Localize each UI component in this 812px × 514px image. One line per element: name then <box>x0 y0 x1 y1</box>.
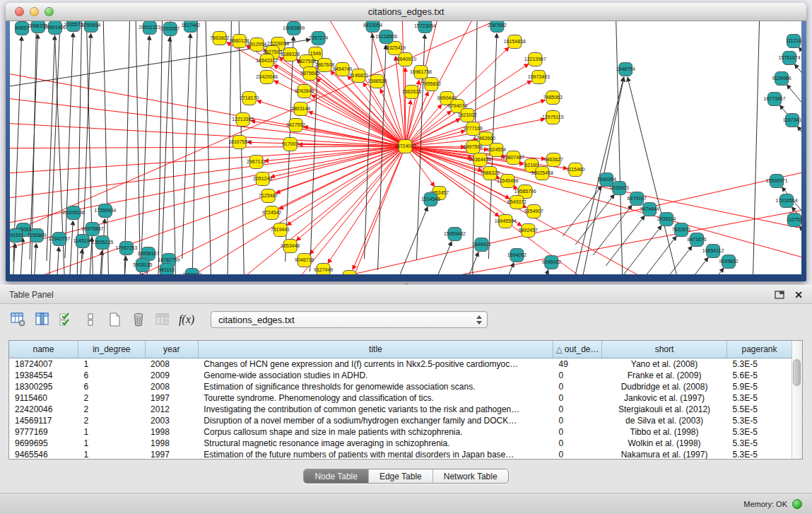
table-row[interactable]: 1830029562008Estimation of significance … <box>9 381 792 392</box>
table-row[interactable]: 977716911998Corpus callosum shape and si… <box>9 426 792 438</box>
network-node[interactable]: 9463627 <box>544 153 563 167</box>
network-node[interactable]: 9474444 <box>640 203 659 216</box>
network-node[interactable]: 7955812 <box>422 78 441 91</box>
network-node[interactable]: 15723054 <box>414 21 436 33</box>
network-node[interactable]: 16053809 <box>283 22 305 35</box>
network-node[interactable]: 16961758 <box>410 66 432 79</box>
table-scrollbar-thumb[interactable] <box>793 359 801 386</box>
network-node[interactable]: 1156869 <box>28 229 47 243</box>
tab-node-table[interactable]: Node Table <box>304 469 368 483</box>
close-panel-icon[interactable]: ✕ <box>794 290 803 300</box>
table-scrollbar[interactable] <box>792 341 802 459</box>
delete-table-button[interactable] <box>154 311 171 328</box>
network-node[interactable]: 13505135 <box>91 236 113 250</box>
window-titlebar[interactable]: citations_edges.txt <box>6 3 806 21</box>
network-node[interactable]: 20531323 <box>139 21 160 35</box>
row-options-button[interactable] <box>82 311 99 328</box>
network-node[interactable]: 7125487 <box>259 189 278 203</box>
network-node[interactable]: 111216 <box>786 35 801 48</box>
network-node[interactable]: 9892457 <box>519 224 538 238</box>
network-node[interactable]: 9115460 <box>566 163 585 177</box>
network-node[interactable]: 7485063 <box>543 91 563 105</box>
network-node[interactable]: 16773457 <box>764 93 786 106</box>
table-row[interactable]: 911546021997Tourette syndrome. Phenomeno… <box>9 392 792 404</box>
close-window-button[interactable] <box>15 7 24 16</box>
network-node[interactable]: 8471676 <box>688 233 707 247</box>
network-node[interactable]: 1167341 <box>783 114 801 127</box>
network-node[interactable]: 2718170 <box>240 92 259 105</box>
network-node[interactable]: 9427552 <box>286 119 305 132</box>
function-builder-button[interactable]: f(x) <box>178 311 195 328</box>
minimize-window-button[interactable] <box>30 7 39 16</box>
column-checks-button[interactable] <box>58 311 75 328</box>
network-node[interactable]: 16154838 <box>504 35 526 49</box>
network-node[interactable]: 20206536 <box>62 206 84 220</box>
network-node[interactable]: 9245032 <box>542 256 561 269</box>
column-select-button[interactable] <box>34 311 51 328</box>
network-node[interactable]: 12213967 <box>524 53 546 66</box>
network-node[interactable]: 1562615 <box>402 86 421 99</box>
table-row[interactable]: 1872400712008Changes of HCN gene express… <box>9 358 792 370</box>
network-node[interactable]: 917003 <box>282 138 298 151</box>
table-row[interactable]: 1456911722003Disruption of a novel membe… <box>9 415 792 426</box>
table-row[interactable]: 1938455462009Genome-wide association stu… <box>9 370 792 381</box>
column-header-year[interactable]: year <box>145 341 198 358</box>
network-node[interactable]: 10654112 <box>702 245 724 258</box>
table-row[interactable]: 969969511998Structural magnetic resonanc… <box>9 438 792 449</box>
column-header-in_degree[interactable]: in_degree <box>78 341 146 358</box>
column-header-pagerank[interactable]: pagerank <box>726 341 792 358</box>
table-mode-button[interactable] <box>10 311 27 328</box>
column-header-title[interactable]: title <box>198 341 553 358</box>
network-node[interactable]: 391591 <box>10 229 24 243</box>
network-node[interactable]: 110753 <box>787 214 801 227</box>
network-node[interactable]: 12342757 <box>48 233 70 246</box>
network-node[interactable]: 11545498 <box>497 175 519 188</box>
network-node[interactable]: 2803144 <box>291 103 310 116</box>
tab-edge-table[interactable]: Edge Table <box>368 469 433 483</box>
network-node[interactable]: 7357274 <box>309 32 328 45</box>
float-panel-icon[interactable] <box>775 291 784 299</box>
network-node[interactable]: 1145194 <box>73 235 93 248</box>
network-node[interactable]: 2051244 <box>253 173 272 186</box>
network-node[interactable]: 8290654 <box>81 21 100 33</box>
network-node[interactable]: 2087682 <box>488 21 507 33</box>
network-node[interactable]: 12213363 <box>232 113 254 127</box>
create-column-button[interactable] <box>106 311 123 328</box>
network-node[interactable]: 9354907 <box>524 205 543 218</box>
network-node[interactable]: 1694262 <box>507 249 526 262</box>
network-node[interactable]: 8813054 <box>363 21 382 33</box>
network-node[interactable]: 1035573 <box>64 21 83 32</box>
network-node[interactable]: 16945594 <box>495 215 517 228</box>
network-node[interactable]: 17359934 <box>94 204 116 218</box>
network-node[interactable]: 9046738 <box>295 254 314 267</box>
zoom-window-button[interactable] <box>45 7 54 16</box>
network-node[interactable]: 15751074 <box>778 52 800 65</box>
network-node[interactable]: 15059482 <box>444 228 466 241</box>
network-node[interactable]: 10973493 <box>528 71 550 84</box>
network-node[interactable]: 12975115 <box>542 111 564 124</box>
network-node[interactable]: 961113 <box>159 264 175 275</box>
table-row[interactable]: 2242004622012Investigating the contribut… <box>9 404 792 415</box>
column-header-name[interactable]: name <box>9 341 78 358</box>
table-row[interactable]: 946554611997Estimation of the future num… <box>9 449 792 460</box>
network-node[interactable]: 2935114 <box>657 213 676 226</box>
network-node[interactable]: 1948794 <box>616 63 635 76</box>
network-node[interactable]: 9127449 <box>314 264 333 275</box>
network-node[interactable]: 9129966 <box>772 72 791 86</box>
table-selector-dropdown[interactable]: citations_edges.txt <box>211 311 488 328</box>
network-view-canvas[interactable]: 7663822966012889129542322605898275031654… <box>10 21 801 274</box>
network-node[interactable]: 2450612 <box>182 269 201 275</box>
network-node[interactable]: 7663822 <box>210 32 229 45</box>
memory-status-led[interactable] <box>792 499 802 509</box>
tab-network-table[interactable]: Network Table <box>433 469 508 483</box>
delete-column-button[interactable] <box>130 311 147 328</box>
network-node[interactable]: 17016504 <box>775 194 797 208</box>
network-node[interactable]: 40557 <box>15 22 29 35</box>
network-node[interactable]: 6479197 <box>628 192 647 206</box>
network-node[interactable]: 1649421 <box>472 238 491 252</box>
network-node[interactable]: 9245652 <box>719 255 738 269</box>
network-node[interactable]: 17957253 <box>115 242 137 255</box>
network-node[interactable]: 23420046 <box>256 71 278 84</box>
network-node[interactable]: 2293057 <box>160 23 180 36</box>
network-node[interactable]: 7519441 <box>271 223 290 237</box>
